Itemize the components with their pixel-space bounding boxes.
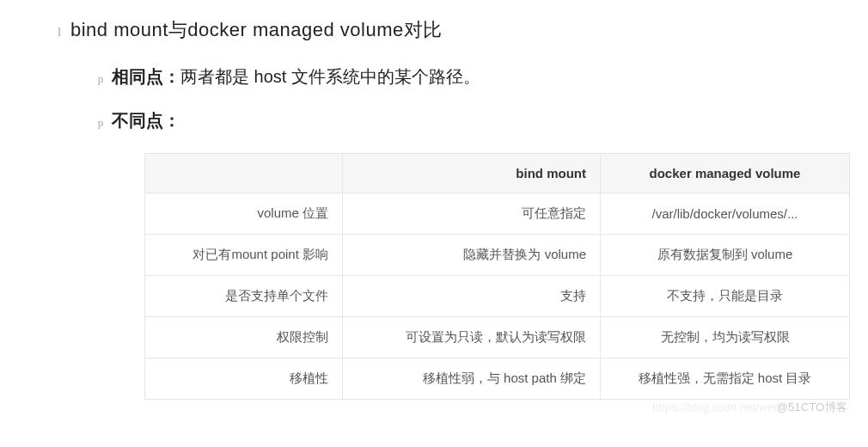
list-marker-l: l bbox=[48, 22, 70, 41]
list-marker-p: p bbox=[89, 113, 112, 132]
table-header: bind mount docker managed volume bbox=[145, 154, 850, 193]
row-attr: 是否支持单个文件 bbox=[145, 276, 343, 317]
row-bind: 可任意指定 bbox=[343, 193, 601, 235]
row-bind: 移植性弱，与 host path 绑定 bbox=[343, 358, 601, 400]
same-point-label: 相同点： bbox=[112, 67, 180, 86]
table-row: 是否支持单个文件 支持 不支持，只能是目录 bbox=[145, 276, 850, 317]
document-page: l bind mount与docker managed volume对比 p 相… bbox=[0, 0, 868, 420]
same-point-row: p 相同点：两者都是 host 文件系统中的某个路径。 bbox=[89, 65, 834, 89]
row-attr: 权限控制 bbox=[145, 317, 343, 358]
same-point-text: 相同点：两者都是 host 文件系统中的某个路径。 bbox=[112, 65, 480, 89]
row-bind: 隐藏并替换为 volume bbox=[343, 235, 601, 276]
diff-point-label: 不同点： bbox=[112, 109, 180, 132]
row-attr: volume 位置 bbox=[145, 193, 343, 235]
row-managed: 移植性强，无需指定 host 目录 bbox=[601, 358, 850, 400]
header-blank bbox=[145, 154, 343, 193]
row-attr: 对已有mount point 影响 bbox=[145, 235, 343, 276]
row-bind: 可设置为只读，默认为读写权限 bbox=[343, 317, 601, 358]
table-row: 移植性 移植性弱，与 host path 绑定 移植性强，无需指定 host 目… bbox=[145, 358, 850, 400]
row-managed: 原有数据复制到 volume bbox=[601, 235, 850, 276]
watermark-faint: https://blog.csdn.net/wei bbox=[652, 401, 776, 413]
comparison-table-wrap: bind mount docker managed volume volume … bbox=[144, 153, 808, 400]
row-managed: /var/lib/docker/volumes/... bbox=[601, 193, 850, 235]
watermark: https://blog.csdn.net/wei@51CTO博客 bbox=[652, 400, 847, 415]
comparison-table: bind mount docker managed volume volume … bbox=[144, 153, 850, 400]
list-marker-p: p bbox=[89, 70, 112, 89]
row-bind: 支持 bbox=[343, 276, 601, 317]
diff-point-row: p 不同点： bbox=[89, 109, 834, 132]
title-row: l bind mount与docker managed volume对比 bbox=[48, 17, 834, 43]
same-point-body: 两者都是 host 文件系统中的某个路径。 bbox=[180, 67, 480, 86]
table-row: 对已有mount point 影响 隐藏并替换为 volume 原有数据复制到 … bbox=[145, 235, 850, 276]
watermark-visible: @51CTO博客 bbox=[777, 401, 847, 413]
row-managed: 无控制，均为读写权限 bbox=[601, 317, 850, 358]
table-row: volume 位置 可任意指定 /var/lib/docker/volumes/… bbox=[145, 193, 850, 235]
row-managed: 不支持，只能是目录 bbox=[601, 276, 850, 317]
row-attr: 移植性 bbox=[145, 358, 343, 400]
page-title: bind mount与docker managed volume对比 bbox=[70, 17, 443, 43]
table-row: 权限控制 可设置为只读，默认为读写权限 无控制，均为读写权限 bbox=[145, 317, 850, 358]
table-body: volume 位置 可任意指定 /var/lib/docker/volumes/… bbox=[145, 193, 850, 400]
header-managed-volume: docker managed volume bbox=[601, 154, 850, 193]
header-bind-mount: bind mount bbox=[343, 154, 601, 193]
